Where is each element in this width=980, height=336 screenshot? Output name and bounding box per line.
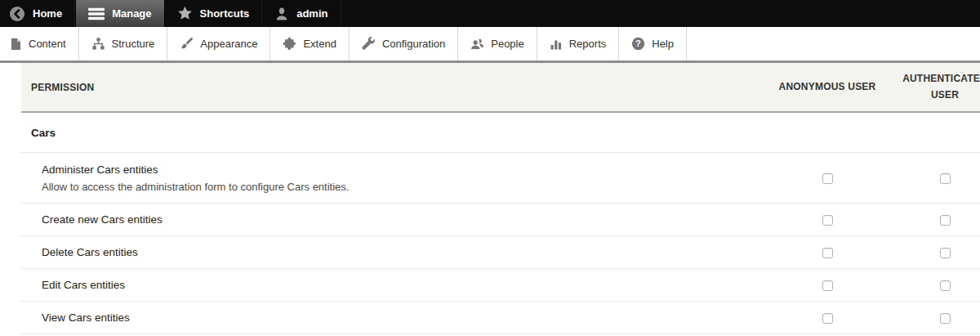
puzzle-icon [283, 37, 296, 51]
permission-title: Delete Cars entities [42, 245, 760, 259]
checkbox-authenticated[interactable] [940, 248, 951, 258]
tray-item-content[interactable]: Content [0, 27, 79, 60]
permission-title: Edit Cars entities [42, 278, 760, 292]
toolbar-item-label: admin [296, 7, 327, 20]
people-icon [470, 37, 484, 51]
paintbrush-icon [180, 37, 194, 51]
svg-text:?: ? [635, 38, 641, 48]
toolbar-item-home[interactable]: Home [0, 0, 75, 27]
manage-tray: Content Structure Appearance Extend Conf… [0, 27, 980, 63]
home-icon [9, 6, 25, 22]
wrench-icon [362, 37, 376, 51]
permission-title: Create new Cars entities [42, 213, 760, 226]
checkbox-anonymous[interactable] [822, 248, 833, 258]
tray-item-label: Help [652, 38, 674, 50]
tray-item-label: Structure [112, 38, 155, 50]
tray-item-label: Reports [569, 38, 607, 50]
permissions-table: PERMISSION ANONYMOUS USER AUTHENTICATED … [21, 63, 980, 334]
menu-icon [88, 7, 105, 20]
tray-item-extend[interactable]: Extend [270, 27, 349, 60]
tray-item-label: Extend [303, 38, 336, 50]
column-header-permission: PERMISSION [21, 63, 768, 112]
table-row: Administer Cars entities Allow to access… [21, 153, 980, 204]
table-header-row: PERMISSION ANONYMOUS USER AUTHENTICATED … [21, 63, 980, 112]
permission-description: Allow to access the administration form … [42, 181, 760, 193]
table-row: Delete Cars entities [21, 236, 980, 269]
toolbar-item-shortcuts[interactable]: Shortcuts [165, 0, 263, 27]
permissions-page: PERMISSION ANONYMOUS USER AUTHENTICATED … [0, 63, 980, 334]
tray-item-label: Content [29, 38, 66, 50]
tray-item-help[interactable]: ? Help [619, 27, 687, 60]
table-row: Create new Cars entities [21, 204, 980, 236]
permission-title: Administer Cars entities [42, 163, 760, 177]
tray-item-reports[interactable]: Reports [537, 27, 620, 60]
drupal-admin-screen: Home Manage Shortcuts admin Content Stru… [0, 0, 980, 336]
checkbox-anonymous[interactable] [822, 173, 833, 184]
user-icon [274, 7, 289, 21]
tray-item-people[interactable]: People [458, 27, 537, 60]
tray-item-label: Appearance [200, 38, 257, 50]
permission-group-label: Cars [21, 112, 980, 153]
toolbar-item-admin[interactable]: admin [262, 0, 341, 27]
permission-group-row: Cars [21, 112, 980, 153]
checkbox-anonymous[interactable] [822, 215, 833, 226]
permission-title: View Cars entities [42, 311, 760, 325]
tray-item-label: Configuration [382, 38, 445, 50]
tray-item-label: People [491, 38, 523, 50]
column-header-anonymous-user: ANONYMOUS USER [768, 63, 886, 112]
tray-item-configuration[interactable]: Configuration [350, 27, 458, 60]
toolbar-item-label: Home [33, 7, 62, 20]
toolbar-item-manage[interactable]: Manage [75, 0, 164, 27]
barchart-icon [550, 38, 563, 51]
sitemap-icon [91, 37, 105, 51]
checkbox-authenticated[interactable] [940, 313, 951, 324]
checkbox-anonymous[interactable] [822, 280, 833, 291]
file-icon [9, 38, 22, 51]
checkbox-authenticated[interactable] [940, 280, 951, 291]
star-icon [177, 6, 193, 21]
admin-toolbar: Home Manage Shortcuts admin [0, 0, 980, 27]
table-row: View Cars entities [21, 302, 980, 334]
checkbox-anonymous[interactable] [822, 313, 833, 324]
checkbox-authenticated[interactable] [940, 215, 951, 226]
toolbar-item-label: Manage [112, 7, 151, 20]
tray-item-structure[interactable]: Structure [79, 27, 168, 60]
checkbox-authenticated[interactable] [940, 173, 951, 184]
tray-item-appearance[interactable]: Appearance [167, 27, 270, 60]
table-row: Edit Cars entities [21, 269, 980, 302]
toolbar-item-label: Shortcuts [200, 7, 250, 20]
column-header-authenticated-user: AUTHENTICATED USER [886, 63, 980, 112]
help-icon: ? [631, 37, 645, 51]
